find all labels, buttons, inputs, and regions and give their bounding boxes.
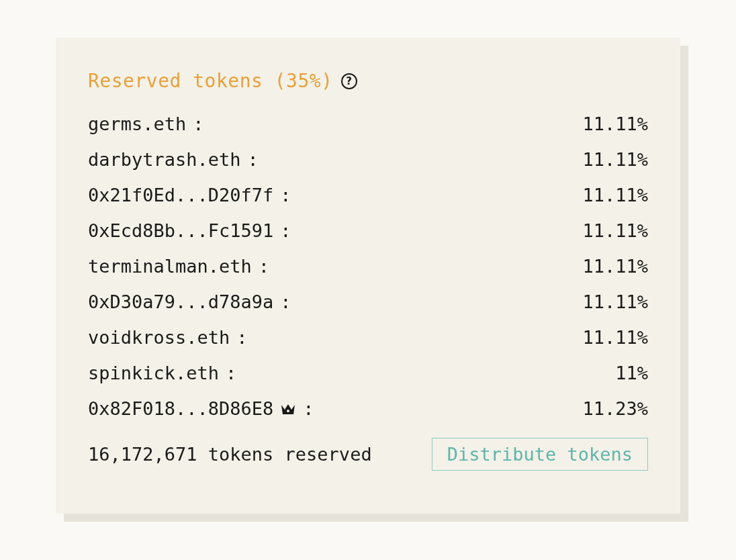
allocation-row: voidkross.eth:11.11% (88, 327, 648, 348)
allocation-percent: 11.11% (582, 220, 648, 241)
crown-icon (280, 402, 296, 416)
address-text: darbytrash.eth (88, 149, 241, 170)
address-text: voidkross.eth (88, 327, 230, 348)
address-text: 0xEcd8Bb...Fc1591 (88, 220, 273, 241)
allocation-percent: 11.11% (582, 185, 648, 205)
colon: : (226, 363, 236, 383)
allocation-row: 0x21f0Ed...D20f7f:11.11% (88, 185, 648, 205)
allocation-address[interactable]: germs.eth: (88, 113, 204, 134)
allocation-percent: 11.11% (582, 113, 648, 134)
card-title: Reserved tokens (35%) (88, 70, 333, 92)
card-header: Reserved tokens (35%) ? (88, 70, 648, 92)
allocation-row: 0xEcd8Bb...Fc1591:11.11% (88, 220, 648, 241)
colon: : (193, 113, 203, 134)
address-text: 0x82F018...8D86E8 (88, 398, 273, 419)
allocation-row: darbytrash.eth:11.11% (88, 149, 648, 170)
help-icon[interactable]: ? (341, 73, 357, 89)
address-text: germs.eth (88, 113, 186, 134)
colon: : (236, 327, 247, 348)
allocation-row: spinkick.eth:11% (88, 363, 648, 383)
allocation-percent: 11% (615, 363, 648, 383)
colon: : (280, 185, 291, 205)
allocation-row: terminalman.eth:11.11% (88, 256, 648, 277)
allocation-percent: 11.11% (582, 291, 648, 312)
allocation-row: 0x82F018...8D86E8:11.23% (88, 398, 648, 419)
allocation-row: 0xD30a79...d78a9a:11.11% (88, 291, 648, 312)
allocation-percent: 11.11% (582, 256, 648, 277)
allocation-percent: 11.23% (582, 398, 648, 419)
address-text: 0xD30a79...d78a9a (88, 291, 273, 312)
card-footer: 16,172,671 tokens reserved Distribute to… (88, 438, 648, 471)
allocation-address[interactable]: 0x82F018...8D86E8: (88, 398, 314, 419)
colon: : (303, 398, 314, 419)
allocation-percent: 11.11% (582, 149, 648, 170)
allocation-row: germs.eth:11.11% (88, 113, 648, 134)
reserved-tokens-card: Reserved tokens (35%) ? germs.eth:11.11%… (56, 38, 680, 514)
colon: : (280, 220, 291, 241)
address-text: terminalman.eth (88, 256, 252, 277)
allocation-list: germs.eth:11.11%darbytrash.eth:11.11%0x2… (88, 113, 648, 419)
allocation-address[interactable]: spinkick.eth: (88, 363, 236, 383)
address-text: 0x21f0Ed...D20f7f (88, 185, 273, 205)
allocation-address[interactable]: 0xD30a79...d78a9a: (88, 291, 291, 312)
allocation-address[interactable]: voidkross.eth: (88, 327, 248, 348)
distribute-button[interactable]: Distribute tokens (432, 438, 648, 471)
allocation-address[interactable]: darbytrash.eth: (88, 149, 259, 170)
allocation-address[interactable]: terminalman.eth: (88, 256, 269, 277)
colon: : (248, 149, 259, 170)
svg-point-0 (287, 410, 289, 412)
address-text: spinkick.eth (88, 363, 219, 383)
colon: : (280, 291, 291, 312)
allocation-address[interactable]: 0x21f0Ed...D20f7f: (88, 185, 291, 205)
allocation-percent: 11.11% (582, 327, 648, 348)
allocation-address[interactable]: 0xEcd8Bb...Fc1591: (88, 220, 291, 241)
colon: : (259, 256, 269, 277)
reserved-summary: 16,172,671 tokens reserved (88, 444, 372, 465)
